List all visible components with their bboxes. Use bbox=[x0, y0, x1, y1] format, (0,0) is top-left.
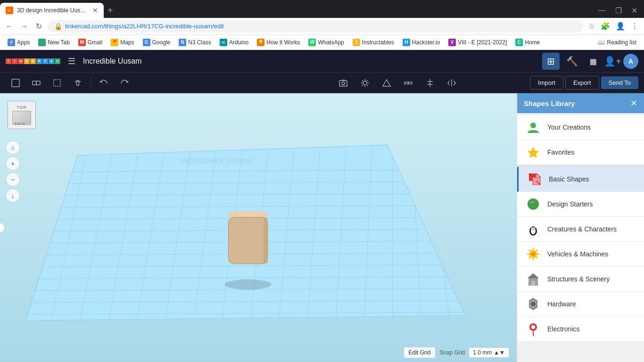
bookmark-item-gmail[interactable]: MGmail bbox=[74, 37, 106, 48]
profile-btn[interactable]: 👤 bbox=[614, 20, 627, 33]
shape-item-design-starters[interactable]: Design Starters bbox=[517, 192, 644, 217]
bookmark-item-new-tab[interactable]: 🌐New Tab bbox=[34, 37, 73, 48]
back-btn[interactable]: ← bbox=[4, 20, 15, 33]
active-tab[interactable]: 🔶 3D design Incredible Uusam | Tin... ✕ bbox=[0, 3, 104, 18]
svg-point-52 bbox=[530, 201, 534, 203]
shape-item-electronics[interactable]: Electronics bbox=[517, 317, 644, 342]
bookmark-star-btn[interactable]: ☆ bbox=[586, 20, 597, 33]
shape-item-favorites[interactable]: Favorites bbox=[517, 140, 644, 165]
view-cube[interactable]: TOP BACK bbox=[8, 101, 36, 129]
fit-all-btn[interactable]: ↓ bbox=[6, 189, 20, 203]
shape-item-basic-shapes[interactable]: Basic Shapes bbox=[517, 167, 644, 192]
delete-btn[interactable] bbox=[68, 75, 88, 91]
bookmark-item-n3class[interactable]: NN3 Class bbox=[175, 37, 215, 48]
shapes-panel-title: Shapes Library bbox=[524, 99, 575, 107]
bookmark-item-whatsapp[interactable]: WWhatsApp bbox=[305, 37, 347, 48]
bookmark-label-arduino: Arduino bbox=[229, 39, 248, 46]
url-bar[interactable]: 🔒 tinkercad.com/things/a22LHRr17CG-incre… bbox=[48, 20, 583, 33]
edit-grid-btn[interactable]: Edit Grid bbox=[404, 347, 436, 358]
logo-row: CAD bbox=[42, 58, 60, 64]
mirror-btn[interactable] bbox=[442, 75, 462, 91]
snap-value[interactable]: 1.0 mm ▲▼ bbox=[469, 347, 509, 358]
bookmark-favicon-home: C bbox=[515, 39, 523, 46]
tab-bar-right: — ❐ ✕ bbox=[595, 6, 644, 15]
extensions-btn[interactable]: 🧩 bbox=[599, 20, 612, 33]
logo-cell-t: T bbox=[6, 58, 11, 64]
send-to-btn[interactable]: Send To bbox=[601, 76, 638, 89]
codeblocks-view-btn[interactable]: ◼ bbox=[585, 53, 602, 70]
bookmark-item-arduino[interactable]: ∞Arduino bbox=[216, 37, 252, 48]
minimize-btn[interactable]: — bbox=[595, 6, 609, 15]
home-view-btn[interactable]: ⌂ bbox=[6, 140, 20, 155]
shape-label-your-creations: Your Creations bbox=[547, 123, 591, 131]
view-cube-back-label: BACK bbox=[15, 122, 25, 125]
shape-label-basic-shapes: Basic Shapes bbox=[549, 175, 589, 183]
zoom-out-btn[interactable]: − bbox=[6, 173, 20, 187]
shape-icon-design-starters bbox=[525, 196, 542, 213]
group-btn[interactable] bbox=[26, 75, 46, 91]
bookmark-label-apps: Apps bbox=[17, 39, 30, 46]
view-cube-container[interactable]: TOP BACK bbox=[8, 101, 36, 129]
bookmark-item-google[interactable]: GGoogle bbox=[139, 37, 174, 48]
bookmark-item-apps[interactable]: ⚡Apps bbox=[4, 37, 33, 48]
reload-btn[interactable]: ↻ bbox=[34, 20, 44, 33]
transform-btn[interactable] bbox=[398, 75, 418, 91]
viewport[interactable]: TOP BACK ⌂ + − ↓ 〉 bbox=[0, 93, 517, 362]
bookmark-favicon-maps: 📍 bbox=[111, 39, 118, 46]
app: TINKERCAD ☰ Incredible Uusam ⊞ 🔨 ◼ 👤+ A bbox=[0, 50, 644, 362]
bookmark-label-whatsapp: WhatsApp bbox=[318, 39, 344, 46]
bookmark-label-viii-e: VIII - E [2021-2022] bbox=[458, 39, 507, 46]
bookmarks-bar: ⚡Apps🌐New TabMGmail📍MapsGGoogleNN3 Class… bbox=[0, 35, 644, 50]
shape-icon-basic-shapes bbox=[526, 171, 543, 188]
bookmark-favicon-apps: ⚡ bbox=[8, 39, 15, 46]
build-view-btn[interactable]: 🔨 bbox=[561, 53, 583, 70]
bookmark-favicon-new-tab: 🌐 bbox=[38, 39, 46, 46]
bookmark-item-viii-e[interactable]: VVIII - E [2021-2022] bbox=[445, 37, 511, 48]
shapes-panel-close-btn[interactable]: ✕ bbox=[630, 98, 637, 108]
undo-btn[interactable] bbox=[94, 75, 114, 91]
tab-close-btn[interactable]: ✕ bbox=[92, 7, 98, 14]
import-btn[interactable]: Import bbox=[530, 76, 563, 90]
close-btn[interactable]: ✕ bbox=[628, 6, 640, 15]
svg-point-57 bbox=[531, 227, 532, 228]
camera-btn[interactable] bbox=[333, 75, 353, 91]
svg-rect-3 bbox=[54, 80, 60, 86]
forward-btn[interactable]: → bbox=[19, 20, 30, 33]
shape-icon-hardware bbox=[525, 296, 542, 313]
bookmark-item-home[interactable]: CHome bbox=[512, 37, 544, 48]
svg-marker-45 bbox=[528, 147, 539, 158]
light-btn[interactable] bbox=[355, 75, 375, 91]
bookmark-item-hackster[interactable]: HHackster.io bbox=[399, 37, 444, 48]
grid-view-btn[interactable]: ⊞ bbox=[542, 53, 560, 70]
shape-item-your-creations[interactable]: Your Creations bbox=[517, 115, 644, 140]
bookmark-item-instructables[interactable]: IInstructables bbox=[349, 37, 398, 48]
shape-label-hardware: Hardware bbox=[547, 300, 576, 308]
export-btn[interactable]: Export bbox=[565, 76, 599, 90]
bottom-controls: Edit Grid Snap Grid 1.0 mm ▲▼ bbox=[404, 347, 510, 358]
bookmark-favicon-how-it-works: 💡 bbox=[257, 39, 264, 46]
shape-item-structures-scenery[interactable]: Structures & Scenery bbox=[517, 267, 644, 292]
shape-item-hardware[interactable]: Hardware bbox=[517, 292, 644, 317]
user-avatar[interactable]: A bbox=[623, 54, 638, 69]
hamburger-menu-btn[interactable]: ☰ bbox=[66, 54, 77, 68]
logo-cell-k: K bbox=[24, 58, 30, 64]
bookmark-item-how-it-works[interactable]: 💡How It Works bbox=[253, 37, 304, 48]
logo-row: KER bbox=[24, 58, 42, 64]
shape-item-vehicles-machines[interactable]: Vehicles & Machines bbox=[517, 242, 644, 267]
menu-btn[interactable]: ⋮ bbox=[629, 20, 640, 33]
ungroup-btn[interactable] bbox=[47, 75, 67, 91]
shape-item-creatures-characters[interactable]: Creatures & Characters bbox=[517, 217, 644, 242]
add-user-btn[interactable]: 👤+ bbox=[604, 56, 621, 67]
new-tab-btn[interactable]: + bbox=[104, 5, 117, 16]
shape-btn[interactable] bbox=[377, 75, 396, 91]
bookmark-item-maps[interactable]: 📍Maps bbox=[107, 37, 138, 48]
svg-line-49 bbox=[537, 173, 540, 177]
reading-list-btn[interactable]: 📖 Reading list bbox=[594, 37, 640, 48]
bookmark-favicon-hackster: H bbox=[403, 39, 410, 46]
maximize-btn[interactable]: ❐ bbox=[612, 6, 625, 15]
svg-point-59 bbox=[532, 229, 534, 230]
zoom-in-btn[interactable]: + bbox=[6, 156, 20, 171]
redo-btn[interactable] bbox=[115, 75, 134, 91]
new-object-btn[interactable] bbox=[6, 75, 25, 91]
align-btn[interactable] bbox=[420, 75, 440, 91]
